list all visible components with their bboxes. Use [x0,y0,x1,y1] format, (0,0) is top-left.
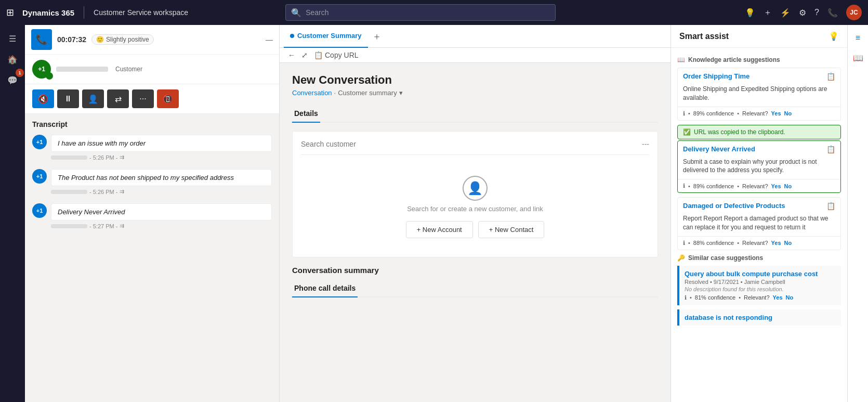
msg-bubble-1: I have an issue with my order [51,135,272,152]
mute-button[interactable]: 🔇 [32,89,54,108]
add-icon[interactable]: ＋ [764,7,772,18]
smart-assist-panel: Smart assist 💡 📖 Knowledge article sugge… [670,25,847,402]
translate-icon-3[interactable]: ⇉ [120,223,124,229]
new-account-button[interactable]: + New Account [406,221,473,238]
lightbulb-icon[interactable]: 💡 [745,8,755,18]
search-input[interactable] [306,8,550,17]
menu-toggle-icon[interactable]: ☰ [3,29,22,48]
smart-assist-scroll: 📖 Knowledge article suggestions Order Sh… [671,48,847,402]
tab-customer-summary[interactable]: Customer Summary [284,25,368,48]
customer-avatar-wrap: +1 [32,60,51,79]
article-2-no-btn[interactable]: No [784,183,792,189]
content-toolbar: ← ⤢ 📋 Copy URL [280,48,670,63]
customer-search-card: --- 👤 Search for or create a new custome… [292,131,658,257]
add-tab-button[interactable]: ＋ [372,30,382,43]
hold-button[interactable]: ⏸ [57,89,79,108]
article-1-yes-btn[interactable]: Yes [771,110,781,116]
tab-bar: Customer Summary ＋ [280,25,670,48]
customer-online-badge [46,72,53,80]
meta-bar-2 [51,190,87,194]
notification-icon[interactable]: 💬 1 [3,71,22,89]
tab-dot [290,34,294,38]
apps-grid-icon[interactable]: ⊞ [6,7,14,18]
minimize-button[interactable]: — [266,35,273,44]
tab-phone-call[interactable]: Phone call details [292,280,358,297]
phone-icon[interactable]: 📞 [827,8,838,18]
msg-time-2: - 5:26 PM - [89,189,117,195]
search-customer-input[interactable] [301,140,637,148]
back-button[interactable]: ← [288,51,295,59]
knowledge-section-label: Knowledge article suggestions [688,56,780,63]
section-tabs: Details [292,105,658,123]
article-2-yes-btn[interactable]: Yes [771,183,781,189]
msg-avatar-1: +1 [32,135,47,149]
conversation-panel: 📞 00:07:32 🙂 Slightly positive — +1 Cust… [25,25,280,402]
bullet-case-1: • [690,294,692,301]
msg-meta-2: - 5:26 PM - ⇉ [51,188,272,195]
article-1-relevant-label: Relevant? [742,110,768,116]
main-content: Customer Summary ＋ ← ⤢ 📋 Copy URL New Co… [280,25,670,402]
msg-avatar-2: +1 [32,169,47,184]
smart-assist-icon-btn[interactable]: 💡 [828,31,839,41]
case-1-relevant-label: Relevant? [744,294,770,301]
consult-button[interactable]: 👤 [82,89,104,108]
smart-assist-header: Smart assist 💡 [671,25,847,48]
case-1-title[interactable]: Query about bulk compute purchase cost [685,270,836,278]
end-call-button[interactable]: 📵 [157,89,179,108]
more-button[interactable]: ··· [132,89,154,108]
db-case-title[interactable]: database is not responding [685,314,836,321]
new-conversation-title: New Conversation [292,73,658,87]
article-1-no-btn[interactable]: No [784,110,792,116]
article-3-copy-btn[interactable]: 📋 [826,202,835,210]
filter-icon[interactable]: ⚡ [780,8,791,18]
customer-info-row: +1 Customer [25,55,279,84]
case-1-no-btn[interactable]: No [786,294,794,301]
chevron-down-icon[interactable]: ▾ [399,89,403,97]
key-icon: 🔑 [677,254,685,262]
notification-badge: 1 [16,69,24,77]
breadcrumb-summary[interactable]: Customer summary [338,89,397,97]
breadcrumb-conversation[interactable]: Conversation [292,89,332,97]
bullet-1b: • [737,110,739,116]
article-3-relevant-label: Relevant? [742,240,768,246]
smart-assist-title: Smart assist [679,32,729,41]
translate-icon-1[interactable]: ⇉ [120,154,124,161]
case-1-desc: No description found for this resolution… [685,286,836,292]
article-3-yes-btn[interactable]: Yes [771,240,781,246]
transcript-message-2: +1 The Product has not been shipped to m… [32,169,272,195]
msg-bubble-3: Delivery Never Arrived [51,203,272,221]
article-3-confidence: 88% confidence [693,240,734,246]
avatar[interactable]: JC [846,5,862,20]
help-icon[interactable]: ? [814,8,819,17]
translate-icon-2[interactable]: ⇉ [120,188,124,195]
bullet-2: • [688,183,690,189]
article-2-title[interactable]: Delivery Never Arrived [683,145,826,153]
customer-label: Customer [115,66,142,73]
new-contact-button[interactable]: + New Contact [478,221,545,238]
article-1-footer: ℹ • 89% confidence • Relevant? Yes No [678,107,840,120]
sentiment-badge: 🙂 Slightly positive [91,34,154,45]
nav-divider [84,6,84,19]
search-icon: 🔍 [291,8,301,18]
article-3-title[interactable]: Damaged or Defective Products [683,202,826,210]
expand-button[interactable]: ⤢ [301,51,308,59]
article-2-copy-btn[interactable]: 📋 [826,145,835,153]
tab-details[interactable]: Details [292,105,320,123]
article-1-copy-btn[interactable]: 📋 [826,72,835,81]
right-icon-strip: ≡ 📖 [847,25,868,402]
home-icon[interactable]: 🏠 [3,50,22,69]
brand-name: Dynamics 365 [22,8,74,17]
transfer-button[interactable]: ⇄ [107,89,129,108]
case-1-yes-btn[interactable]: Yes [773,294,783,301]
article-3-footer: ℹ • 88% confidence • Relevant? Yes No [678,236,840,250]
settings-icon[interactable]: ⚙ [799,8,806,18]
search-box[interactable]: 🔍 [285,4,556,21]
list-icon[interactable]: ≡ [850,30,866,46]
book-right-icon[interactable]: 📖 [850,50,866,66]
article-3-no-btn[interactable]: No [784,240,792,246]
copy-url-button[interactable]: 📋 Copy URL [314,51,359,59]
call-timer: 00:07:32 [57,35,86,44]
article-1-title[interactable]: Order Shipping Time [683,72,826,80]
book-icon: 📖 [677,56,685,63]
article-2-relevant-label: Relevant? [742,183,768,189]
